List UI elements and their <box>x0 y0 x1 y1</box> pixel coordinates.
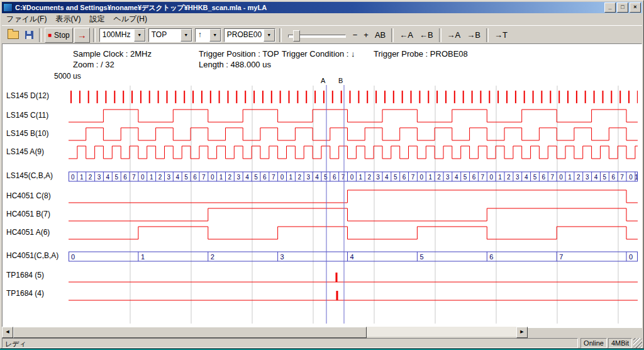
chevron-down-icon[interactable]: ▼ <box>134 29 145 42</box>
scroll-left-icon[interactable]: ◀ <box>2 327 13 338</box>
zoom-slider-handle[interactable] <box>293 30 300 42</box>
chevron-down-icon[interactable]: ▼ <box>264 29 275 42</box>
save-button[interactable] <box>23 28 36 42</box>
run-arrow-icon: → <box>77 30 87 40</box>
toolbar-separator <box>391 28 394 42</box>
sample-rate-value: 100MHz <box>100 29 134 42</box>
save-floppy-icon <box>25 31 33 39</box>
toolbar-separator <box>486 28 489 42</box>
svg-text:1: 1 <box>635 174 638 181</box>
svg-text:5: 5 <box>533 174 537 181</box>
titlebar[interactable]: C:¥Documents and Settings¥noname¥デスクトップ¥… <box>2 2 642 13</box>
svg-text:4: 4 <box>594 174 598 181</box>
menu-help[interactable]: ヘルプ(H) <box>109 13 152 25</box>
waveform-row-label: TP1684 (4) <box>6 289 44 298</box>
svg-text:4: 4 <box>315 174 319 181</box>
svg-text:2: 2 <box>577 174 580 181</box>
svg-text:2: 2 <box>437 174 441 181</box>
svg-text:1: 1 <box>568 174 572 181</box>
trigger-position-text: Trigger Position : TOP <box>199 49 279 59</box>
waveform-row-label: TP1684 (5) <box>6 271 44 279</box>
probe-value: PROBE00 <box>225 29 264 42</box>
svg-text:0: 0 <box>559 174 563 181</box>
sample-clock-text: Sample Clock : 2MHz <box>73 49 152 59</box>
minimize-button[interactable]: _ <box>604 3 616 13</box>
svg-text:0: 0 <box>71 174 75 181</box>
probe-combobox[interactable]: PROBE00 ▼ <box>224 28 275 42</box>
svg-text:2: 2 <box>89 174 92 181</box>
trigger-position-combobox[interactable]: TOP ▼ <box>148 28 192 42</box>
scroll-right-icon[interactable]: ▶ <box>516 327 528 338</box>
chevron-down-icon[interactable]: ▼ <box>209 29 221 42</box>
waveform-row-label: LS145 A(9) <box>6 147 44 156</box>
svg-text:5: 5 <box>184 174 188 181</box>
waveform-row-label: LS145(C,B,A) <box>6 171 53 180</box>
svg-text:7: 7 <box>411 174 415 181</box>
svg-text:5: 5 <box>394 174 397 181</box>
menubar: ファイル(F) 表示(V) 設定 ヘルプ(H) <box>2 13 642 25</box>
stop-icon: ■ <box>48 31 52 38</box>
svg-text:7: 7 <box>550 174 554 181</box>
horizontal-scrollbar[interactable]: ◀ ▶ <box>2 327 528 337</box>
svg-text:1: 1 <box>150 174 153 181</box>
svg-text:6: 6 <box>193 174 197 181</box>
svg-text:0: 0 <box>71 253 75 261</box>
zoom-out-button[interactable]: − <box>350 29 360 42</box>
goto-b-left-button[interactable]: ←B <box>417 29 436 42</box>
svg-text:3: 3 <box>237 174 241 181</box>
waveform-row-label: LS145 D(12) <box>6 91 49 100</box>
sample-rate-combobox[interactable]: 100MHz ▼ <box>99 28 146 42</box>
waveform-row-label: LS145 B(10) <box>6 129 48 138</box>
svg-text:6: 6 <box>612 174 616 181</box>
waveform-row-label: HC4051 C(8) <box>6 191 51 200</box>
goto-a-right-button[interactable]: →A <box>445 29 464 42</box>
svg-text:6: 6 <box>333 174 336 181</box>
svg-text:0: 0 <box>629 253 633 261</box>
goto-a-left-button[interactable]: ←A <box>397 29 416 42</box>
statusbar: レディ Online 4MBit <box>2 338 642 348</box>
trigger-condition-text: Trigger Condition : ↓ <box>282 49 355 59</box>
svg-text:7: 7 <box>272 174 275 181</box>
svg-text:5: 5 <box>254 174 258 181</box>
svg-text:0: 0 <box>629 174 633 181</box>
svg-text:2: 2 <box>367 174 371 181</box>
close-button[interactable]: × <box>630 3 641 13</box>
svg-text:3: 3 <box>586 174 589 181</box>
trigger-edge-combobox[interactable]: ↑ ▼ <box>195 28 221 42</box>
run-button[interactable]: → <box>74 28 90 43</box>
svg-text:6: 6 <box>472 174 476 181</box>
waveform-canvas[interactable]: 0123456701234567012345670123456701234567… <box>69 77 638 324</box>
app-window: C:¥Documents and Settings¥noname¥デスクトップ¥… <box>0 0 644 349</box>
svg-text:4: 4 <box>455 174 458 181</box>
svg-text:5: 5 <box>114 174 118 181</box>
toolbar-separator <box>93 28 96 42</box>
menu-file[interactable]: ファイル(F) <box>2 13 51 25</box>
menu-view[interactable]: 表示(V) <box>51 13 85 25</box>
app-icon <box>3 3 13 12</box>
zoom-slider[interactable] <box>288 28 346 42</box>
zoom-text: Zoom : / 32 <box>73 60 114 69</box>
toolbar: ■ Stop → 100MHz ▼ TOP ▼ ↑ ▼ PROBE00 ▼ − … <box>2 25 642 44</box>
waveform-panel: Sample Clock : 2MHz Trigger Position : T… <box>2 43 642 328</box>
goto-b-right-button[interactable]: →B <box>464 29 483 42</box>
goto-trigger-button[interactable]: →T <box>492 29 510 42</box>
scrollbar-track[interactable] <box>367 327 516 337</box>
open-button[interactable] <box>5 28 21 42</box>
svg-text:7: 7 <box>202 174 206 181</box>
maximize-button[interactable]: □ <box>617 3 628 13</box>
trigger-edge-value: ↑ <box>196 29 209 42</box>
waveform-svg: 0123456701234567012345670123456701234567… <box>69 77 638 324</box>
svg-text:1: 1 <box>289 174 293 181</box>
chevron-down-icon[interactable]: ▼ <box>180 29 192 42</box>
svg-text:3: 3 <box>167 174 171 181</box>
ab-button[interactable]: AB <box>372 29 388 42</box>
status-memory-badge: 4MBit <box>608 338 632 348</box>
svg-text:1: 1 <box>428 174 432 181</box>
svg-text:3: 3 <box>376 174 380 181</box>
zoom-in-button[interactable]: + <box>361 29 371 42</box>
resize-grip[interactable] <box>633 338 642 348</box>
svg-text:7: 7 <box>481 174 485 181</box>
scrollbar-thumb[interactable] <box>13 327 367 338</box>
menu-settings[interactable]: 設定 <box>85 13 109 25</box>
stop-button[interactable]: ■ Stop <box>45 28 73 43</box>
